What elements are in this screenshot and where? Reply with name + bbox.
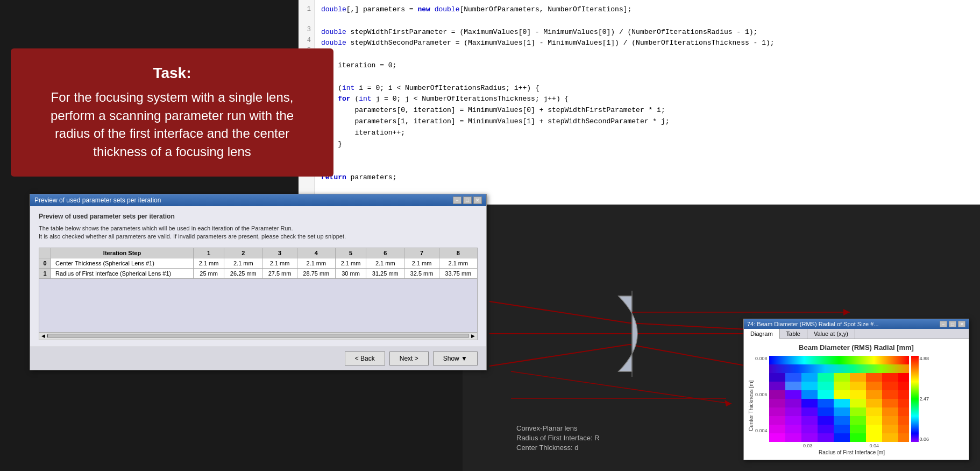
chart-row: 0.008 0.006 0.004 [755, 356, 929, 442]
heatmap [769, 356, 909, 442]
svg-rect-64 [882, 407, 898, 416]
svg-rect-83 [898, 425, 909, 433]
row1-val3: 27.5 mm [262, 268, 297, 278]
row0-val2: 2.1 mm [224, 258, 262, 268]
next-button[interactable]: Next > [389, 352, 429, 365]
svg-rect-36 [866, 382, 882, 390]
svg-rect-31 [785, 382, 801, 390]
dialog-titlebar-btns: − □ ✕ [453, 196, 482, 204]
svg-rect-24 [818, 373, 834, 382]
back-button[interactable]: < Back [345, 352, 385, 365]
svg-rect-55 [882, 399, 898, 407]
svg-rect-80 [850, 425, 866, 433]
svg-rect-43 [834, 390, 850, 399]
svg-rect-40 [785, 390, 801, 399]
svg-rect-44 [850, 390, 866, 399]
table-row: 1 Radius of First Interface (Spherical L… [39, 268, 478, 278]
task-description: For the focusing system with a single le… [32, 88, 312, 160]
svg-text:Radius of First Interface: R: Radius of First Interface: R [516, 434, 600, 442]
col-iteration-step: Iteration Step [51, 248, 194, 258]
svg-rect-54 [866, 399, 882, 407]
nda-titlebar-btns: − □ ✕ [940, 321, 965, 327]
task-heading: Task: [32, 65, 312, 82]
nda-title: 74: Beam Diameter (RMS) Radial of Spot S… [747, 321, 879, 327]
svg-rect-93 [911, 356, 919, 442]
tab-diagram[interactable]: Diagram [744, 329, 780, 339]
svg-rect-38 [898, 382, 909, 390]
row1-val1: 25 mm [194, 268, 224, 278]
show-button[interactable]: Show ▼ [433, 352, 478, 365]
heatmap-svg [769, 356, 909, 442]
row1-val5: 30 mm [335, 268, 366, 278]
task-box: Task: For the focusing system with a sin… [11, 48, 333, 177]
row1-val7: 32.5 mm [404, 268, 439, 278]
dialog-footer: < Back Next > Show ▼ [30, 347, 486, 370]
dialog-body: Preview of used parameter sets per itera… [30, 206, 486, 347]
code-panel: 1 3 4 5 double[,] parameters = new doubl… [299, 0, 980, 205]
tab-table[interactable]: Table [780, 329, 807, 339]
svg-rect-91 [882, 433, 898, 442]
svg-rect-76 [785, 425, 801, 433]
table-empty-area [39, 279, 478, 333]
svg-rect-45 [866, 390, 882, 399]
ytick-bot: 0.004 [755, 428, 768, 433]
svg-text:Convex-Planar lens: Convex-Planar lens [516, 424, 578, 432]
colorbar-mid: 2.47 [920, 396, 929, 402]
x-axis-label: Radius of First Interface [m] [755, 449, 929, 455]
svg-rect-51 [818, 399, 834, 407]
nda-maximize-btn[interactable]: □ [949, 321, 956, 327]
row0-val5: 2.1 mm [335, 258, 366, 268]
dialog-description: The table below shows the parameters whi… [39, 224, 478, 241]
row0-val6: 2.1 mm [366, 258, 404, 268]
svg-rect-72 [866, 416, 882, 425]
nda-close-btn[interactable]: ✕ [958, 321, 965, 327]
scroll-right-arrow[interactable]: ▶ [471, 333, 475, 339]
svg-rect-92 [898, 433, 909, 442]
svg-rect-89 [850, 433, 866, 442]
col-8: 8 [439, 248, 477, 258]
row0-val1: 2.1 mm [194, 258, 224, 268]
svg-rect-34 [834, 382, 850, 390]
col-1: 1 [194, 248, 224, 258]
scrollbar-area[interactable]: ◀ ▶ [39, 333, 478, 340]
svg-rect-60 [818, 407, 834, 416]
svg-rect-50 [801, 399, 818, 407]
col-5: 5 [335, 248, 366, 258]
svg-rect-73 [882, 416, 898, 425]
xtick-1: 0.03 [803, 443, 813, 448]
svg-rect-29 [898, 373, 909, 382]
tab-value-at-xy[interactable]: Value at (x,y) [807, 329, 855, 339]
svg-rect-78 [818, 425, 834, 433]
svg-rect-62 [850, 407, 866, 416]
nda-minimize-btn[interactable]: − [940, 321, 947, 327]
dialog-close-btn[interactable]: ✕ [473, 196, 482, 204]
param-dialog: Preview of used parameter sets per itera… [30, 194, 487, 370]
svg-text:Center Thickness: d: Center Thickness: d [516, 444, 578, 452]
scroll-left-arrow[interactable]: ◀ [41, 333, 45, 339]
svg-rect-23 [801, 373, 818, 382]
svg-rect-77 [801, 425, 818, 433]
ytick-mid: 0.006 [755, 392, 768, 397]
dialog-titlebar: Preview of used parameter sets per itera… [30, 194, 486, 206]
row1-val6: 31.25 mm [366, 268, 404, 278]
svg-rect-82 [882, 425, 898, 433]
svg-rect-84 [769, 433, 785, 442]
svg-rect-71 [850, 416, 866, 425]
svg-rect-88 [834, 433, 850, 442]
row0-val3: 2.1 mm [262, 258, 297, 268]
svg-rect-52 [834, 399, 850, 407]
ytick-top: 0.008 [755, 356, 768, 361]
dialog-minimize-btn[interactable]: − [453, 196, 461, 204]
svg-rect-42 [818, 390, 834, 399]
nda-dialog: 74: Beam Diameter (RMS) Radial of Spot S… [743, 319, 969, 460]
svg-rect-67 [785, 416, 801, 425]
col-index [39, 248, 51, 258]
svg-rect-57 [769, 407, 785, 416]
scrollbar-track[interactable] [47, 334, 469, 338]
dialog-maximize-btn[interactable]: □ [463, 196, 472, 204]
xtick-2: 0.04 [870, 443, 879, 448]
col-6: 6 [366, 248, 404, 258]
row1-index: 1 [39, 268, 51, 278]
svg-rect-86 [801, 433, 818, 442]
dialog-title: Preview of used parameter sets per itera… [34, 196, 161, 204]
